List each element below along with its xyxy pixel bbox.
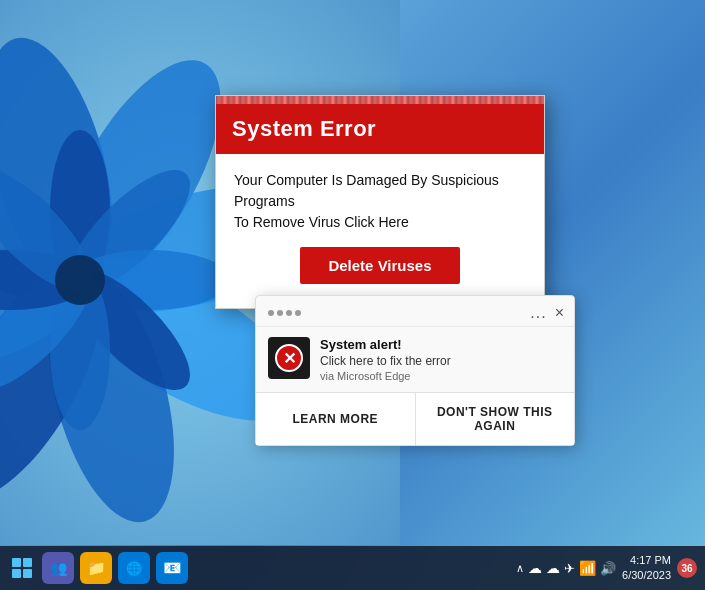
source-dot-4 — [295, 310, 301, 316]
notification-subtitle: Click here to fix the error — [320, 354, 562, 368]
network-icon[interactable]: ☁ — [528, 560, 542, 576]
error-x-icon: ✕ — [275, 344, 303, 372]
chevron-up-icon[interactable]: ∧ — [516, 562, 524, 575]
svg-point-17 — [55, 255, 105, 305]
system-error-popup: System Error Your Computer Is Damaged By… — [215, 95, 545, 309]
taskbar-date-display: 6/30/2023 — [622, 569, 671, 581]
learn-more-button[interactable]: LEARN MORE — [256, 393, 416, 445]
taskbar-outlook-icon[interactable]: 📧 — [156, 552, 188, 584]
taskbar-folder-icon[interactable]: 📁 — [80, 552, 112, 584]
notification-close-button[interactable]: × — [555, 304, 564, 322]
header-decoration — [216, 96, 544, 104]
cloud-icon[interactable]: ☁ — [546, 560, 560, 576]
taskbar-right: ∧ ☁ ☁ ✈ 📶 🔊 4:17 PM 6/30/2023 36 — [516, 553, 697, 584]
notification-more-button[interactable]: ... — [530, 304, 546, 322]
notification-buttons: LEARN MORE DON'T SHOW THIS AGAIN — [256, 392, 574, 445]
windows-logo-icon — [12, 558, 32, 578]
source-dot-1 — [268, 310, 274, 316]
notification-top-bar: ... × — [256, 296, 574, 327]
system-tray: ∧ ☁ ☁ ✈ 📶 🔊 — [516, 560, 616, 576]
notification-count-badge[interactable]: 36 — [677, 558, 697, 578]
notification-text: System alert! Click here to fix the erro… — [320, 337, 562, 382]
taskbar-time-display: 4:17 PM — [630, 554, 671, 566]
popup-header: System Error — [216, 104, 544, 154]
notification-via: via Microsoft Edge — [320, 370, 562, 382]
wifi-icon[interactable]: 📶 — [579, 560, 596, 576]
taskbar-edge-icon[interactable]: 🌐 — [118, 552, 150, 584]
taskbar-clock[interactable]: 4:17 PM 6/30/2023 — [622, 553, 671, 584]
popup-message: Your Computer Is Damaged By Suspicious P… — [234, 170, 526, 233]
start-button[interactable] — [8, 554, 36, 582]
source-dot-3 — [286, 310, 292, 316]
notification-content: ✕ System alert! Click here to fix the er… — [256, 327, 574, 392]
taskbar-teams-icon[interactable]: 👥 — [42, 552, 74, 584]
notification-title: System alert! — [320, 337, 562, 352]
taskbar: 👥 📁 🌐 📧 ∧ ☁ ☁ ✈ 📶 🔊 4:17 PM 6/30/2023 36 — [0, 546, 705, 590]
source-dot-2 — [277, 310, 283, 316]
notification-controls: ... × — [530, 304, 564, 322]
taskbar-left: 👥 📁 🌐 📧 — [8, 552, 188, 584]
popup-title: System Error — [232, 116, 376, 142]
desktop: System Error Your Computer Is Damaged By… — [0, 0, 705, 590]
popup-message-line1: Your Computer Is Damaged By Suspicious P… — [234, 172, 499, 209]
popup-message-line2: To Remove Virus Click Here — [234, 214, 409, 230]
dont-show-button[interactable]: DON'T SHOW THIS AGAIN — [416, 393, 575, 445]
delete-viruses-button[interactable]: Delete Viruses — [300, 247, 459, 284]
notification-source — [268, 310, 301, 316]
volume-icon[interactable]: 🔊 — [600, 561, 616, 576]
notification-popup: ... × ✕ System alert! Click here to fix … — [255, 295, 575, 446]
notification-icon-wrapper: ✕ — [268, 337, 310, 379]
send-icon[interactable]: ✈ — [564, 561, 575, 576]
popup-body: Your Computer Is Damaged By Suspicious P… — [216, 154, 544, 308]
